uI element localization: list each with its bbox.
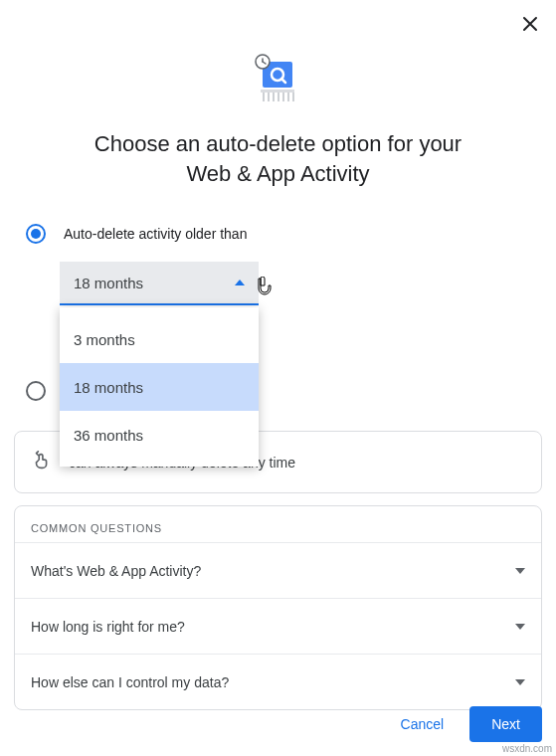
duration-dropdown[interactable]: 18 months xyxy=(60,262,259,305)
close-icon xyxy=(522,16,538,36)
next-button[interactable]: Next xyxy=(469,706,542,742)
menu-item-3-months[interactable]: 3 months xyxy=(60,315,259,363)
dialog-title: Choose an auto-delete option for your We… xyxy=(0,129,556,188)
radio-label: Auto-delete activity older than xyxy=(64,226,247,242)
radio-button-selected[interactable] xyxy=(26,224,46,244)
radio-button-unselected[interactable] xyxy=(26,381,46,401)
dialog-footer: Cancel Next xyxy=(383,706,542,742)
common-questions-card: COMMON QUESTIONS What's Web & App Activi… xyxy=(14,505,542,710)
close-button[interactable] xyxy=(518,14,542,38)
cancel-button[interactable]: Cancel xyxy=(383,706,463,742)
chevron-up-icon xyxy=(235,280,245,285)
question-item[interactable]: How long is right for me? xyxy=(15,598,541,654)
duration-dropdown-menu: 3 months 18 months 36 months xyxy=(60,307,259,467)
menu-item-36-months[interactable]: 36 months xyxy=(60,411,259,459)
question-item[interactable]: What's Web & App Activity? xyxy=(15,542,541,598)
hero-icon xyxy=(0,48,556,107)
question-item[interactable]: How else can I control my data? xyxy=(15,654,541,709)
chevron-down-icon xyxy=(515,624,525,630)
svg-rect-6 xyxy=(261,90,294,93)
dropdown-value: 18 months xyxy=(74,275,143,291)
chevron-down-icon xyxy=(515,568,525,574)
radio-option-auto-delete[interactable]: Auto-delete activity older than xyxy=(26,224,530,244)
menu-item-18-months[interactable]: 18 months xyxy=(60,363,259,411)
touch-icon xyxy=(31,450,53,474)
watermark: wsxdn.com xyxy=(502,743,552,754)
common-questions-header: COMMON QUESTIONS xyxy=(15,522,541,542)
chevron-down-icon xyxy=(515,679,525,685)
